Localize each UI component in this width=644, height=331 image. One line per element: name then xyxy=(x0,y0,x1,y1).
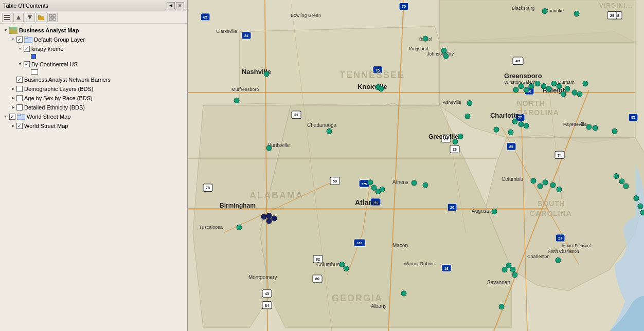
svg-text:Augusta: Augusta xyxy=(472,208,491,213)
svg-rect-14 xyxy=(24,36,28,39)
svg-point-157 xyxy=(524,123,529,128)
svg-text:31: 31 xyxy=(294,113,298,117)
svg-point-199 xyxy=(443,53,449,59)
toc-item-age-sex[interactable]: Age by Sex by Race (BDS) xyxy=(1,94,186,103)
expand-icon-world[interactable] xyxy=(2,113,9,120)
svg-text:Birmingham: Birmingham xyxy=(220,202,256,209)
svg-point-206 xyxy=(499,304,504,309)
svg-text:Johnson City: Johnson City xyxy=(427,51,454,57)
expand-icon-continental[interactable] xyxy=(16,61,24,68)
svg-point-189 xyxy=(237,225,242,230)
svg-point-187 xyxy=(502,267,507,272)
expand-icon-map[interactable] xyxy=(2,27,9,34)
toc-item-ethnicity[interactable]: Detailed Ethnicity (BDS) xyxy=(1,103,186,112)
barriers-label: Business Analyst Network Barriers xyxy=(24,76,111,84)
svg-point-169 xyxy=(380,187,385,192)
expand-icon-default-group[interactable] xyxy=(9,36,16,43)
toc-item-continental-swatch xyxy=(1,69,186,75)
toc-item-world-street-sub[interactable]: World Street Map xyxy=(1,121,186,131)
checkbox-krispy[interactable] xyxy=(24,46,30,52)
toc-item-world-street[interactable]: World Street Map xyxy=(1,112,186,121)
svg-point-204 xyxy=(234,98,239,103)
svg-text:Albany: Albany xyxy=(371,303,387,309)
svg-text:Montgomery: Montgomery xyxy=(248,274,277,280)
toc-item-business-analyst-map[interactable]: Business Analyst Map xyxy=(1,26,186,35)
svg-point-158 xyxy=(458,134,463,139)
svg-point-163 xyxy=(586,124,592,130)
svg-point-173 xyxy=(538,183,543,189)
svg-text:59: 59 xyxy=(333,179,337,183)
svg-text:Charleston: Charleston xyxy=(527,254,550,259)
expand-icon-world-sub[interactable] xyxy=(9,122,16,130)
svg-text:26: 26 xyxy=(453,148,457,152)
map-svg: 65 75 75 24 40 85 20 575 285 16 185 xyxy=(188,0,644,331)
toolbar-list-btn[interactable] xyxy=(2,13,12,22)
toc-content: Business Analyst Map Default Group Layer… xyxy=(0,24,187,331)
svg-point-151 xyxy=(565,86,570,91)
svg-text:78: 78 xyxy=(206,186,210,190)
toolbar-folder-btn[interactable] xyxy=(36,13,46,22)
svg-point-192 xyxy=(634,196,639,201)
svg-text:24: 24 xyxy=(244,34,248,38)
svg-text:Asheville: Asheville xyxy=(443,100,461,105)
svg-point-186 xyxy=(344,266,349,271)
svg-text:Columbus: Columbus xyxy=(316,262,339,267)
svg-text:Charlotte: Charlotte xyxy=(490,112,520,119)
expand-icon-demographic[interactable] xyxy=(9,85,16,93)
checkbox-ethnicity[interactable] xyxy=(16,104,23,111)
svg-point-172 xyxy=(531,178,536,183)
svg-rect-8 xyxy=(53,14,56,17)
checkbox-demographic[interactable] xyxy=(16,86,23,92)
toc-item-default-group[interactable]: Default Group Layer xyxy=(1,35,186,44)
svg-rect-7 xyxy=(49,14,52,17)
svg-text:Blacksburg: Blacksburg xyxy=(512,5,534,10)
expand-icon-krispy[interactable] xyxy=(16,45,24,52)
svg-point-138 xyxy=(264,71,269,77)
checkbox-default-group[interactable] xyxy=(16,36,23,43)
svg-text:North Charleston: North Charleston xyxy=(548,249,579,254)
svg-text:Tuscaloosa: Tuscaloosa xyxy=(199,225,223,230)
map-label: Business Analyst Map xyxy=(19,26,79,34)
svg-text:Murfreesboro: Murfreesboro xyxy=(231,87,259,92)
toolbar-move-down-btn[interactable] xyxy=(25,13,35,22)
svg-point-153 xyxy=(577,91,582,97)
svg-text:75: 75 xyxy=(402,5,406,9)
toc-item-network-barriers[interactable]: Business Analyst Network Barriers xyxy=(1,75,186,84)
checkbox-age-sex[interactable] xyxy=(16,95,23,101)
svg-text:CAROLINA: CAROLINA xyxy=(517,108,559,117)
age-sex-label: Age by Sex by Race (BDS) xyxy=(24,94,93,102)
svg-text:Fayetteville: Fayetteville xyxy=(563,122,586,127)
svg-text:95: 95 xyxy=(631,116,635,120)
toc-title: Table Of Contents xyxy=(3,3,48,9)
expand-icon-age-sex[interactable] xyxy=(9,95,16,102)
toc-controls: ◀ ✕ xyxy=(167,2,184,9)
svg-text:CAROLINA: CAROLINA xyxy=(530,209,572,217)
svg-text:Mount Pleasant: Mount Pleasant xyxy=(562,244,591,248)
svg-text:Kingsport: Kingsport xyxy=(409,46,428,51)
toc-panel: Table Of Contents ◀ ✕ Business Ana xyxy=(0,0,188,331)
toolbar-grid-btn[interactable] xyxy=(47,13,58,22)
map-area[interactable]: 65 75 75 24 40 85 20 575 285 16 185 xyxy=(188,0,644,331)
toc-item-krispy-kreme[interactable]: krispy kreme xyxy=(1,44,186,53)
toolbar-move-up-btn[interactable] xyxy=(13,13,24,22)
toc-toolbar xyxy=(0,11,187,24)
svg-point-142 xyxy=(513,87,518,93)
checkbox-world[interactable] xyxy=(9,114,15,120)
checkbox-continental[interactable] xyxy=(24,61,30,67)
checkbox-barriers[interactable] xyxy=(16,77,23,83)
checkbox-world-sub[interactable] xyxy=(16,123,23,129)
svg-point-200 xyxy=(542,8,547,13)
default-group-label: Default Group Layer xyxy=(34,35,85,44)
toc-item-demographic[interactable]: Demographic Layers (BDS) xyxy=(1,84,186,94)
expand-icon-ethnicity[interactable] xyxy=(9,104,16,111)
toc-item-krispy-swatch xyxy=(1,53,186,60)
svg-text:Athens: Athens xyxy=(392,179,408,185)
toc-close-button[interactable]: ✕ xyxy=(176,2,184,9)
svg-point-140 xyxy=(379,86,384,91)
svg-point-178 xyxy=(266,213,272,218)
toc-pin-button[interactable]: ◀ xyxy=(167,2,175,9)
svg-text:ALABAMA: ALABAMA xyxy=(249,190,303,200)
svg-point-150 xyxy=(557,84,562,89)
toc-item-continental[interactable]: By Continental US xyxy=(1,60,186,69)
svg-point-191 xyxy=(623,183,629,189)
